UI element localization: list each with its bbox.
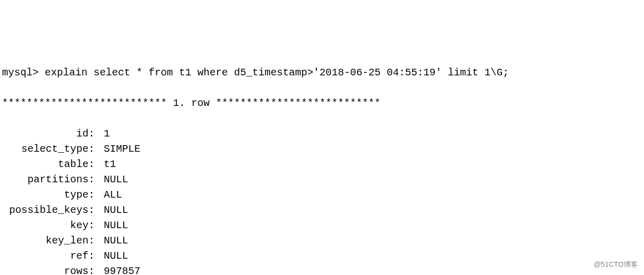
explain-field-row: key: NULL xyxy=(2,218,642,233)
explain-field-row: partitions: NULL xyxy=(2,172,642,187)
field-value: 997857 xyxy=(104,264,140,275)
field-value: SIMPLE xyxy=(104,142,140,157)
field-value: ALL xyxy=(104,187,122,203)
field-value: NULL xyxy=(104,218,128,233)
sql-command: explain select * from t1 where d5_timest… xyxy=(45,67,509,78)
field-separator: : xyxy=(89,142,104,157)
field-label: select_type xyxy=(2,142,89,157)
field-label: key xyxy=(2,218,89,233)
command-line[interactable]: mysql> explain select * from t1 where d5… xyxy=(2,65,642,80)
field-separator: : xyxy=(89,157,104,172)
explain-field-row: rows: 997857 xyxy=(2,264,642,275)
field-value: NULL xyxy=(104,203,128,218)
explain-field-row: type: ALL xyxy=(2,187,642,203)
field-label: rows xyxy=(2,264,89,275)
explain-field-row: table: t1 xyxy=(2,157,642,172)
field-value: t1 xyxy=(104,157,116,172)
field-label: possible_keys xyxy=(2,203,89,218)
explain-output: id: 1select_type: SIMPLEtable: t1partiti… xyxy=(2,126,642,275)
field-separator: : xyxy=(89,126,104,142)
field-separator: : xyxy=(89,218,104,233)
row-header: *************************** 1. row *****… xyxy=(2,96,642,111)
field-label: id xyxy=(2,126,89,142)
explain-field-row: ref: NULL xyxy=(2,249,642,264)
watermark: @51CTO博客 xyxy=(594,259,638,270)
field-label: ref xyxy=(2,249,89,264)
field-value: NULL xyxy=(104,233,128,249)
prompt: mysql> xyxy=(2,67,39,78)
field-separator: : xyxy=(89,249,104,264)
field-separator: : xyxy=(89,172,104,187)
explain-field-row: key_len: NULL xyxy=(2,233,642,249)
field-separator: : xyxy=(89,203,104,218)
field-label: type xyxy=(2,187,89,203)
field-separator: : xyxy=(89,264,104,275)
field-label: key_len xyxy=(2,233,89,249)
explain-field-row: possible_keys: NULL xyxy=(2,203,642,218)
field-value: NULL xyxy=(104,249,128,264)
explain-field-row: select_type: SIMPLE xyxy=(2,142,642,157)
field-separator: : xyxy=(89,187,104,203)
field-label: partitions xyxy=(2,172,89,187)
field-label: table xyxy=(2,157,89,172)
explain-field-row: id: 1 xyxy=(2,126,642,142)
field-value: NULL xyxy=(104,172,128,187)
field-value: 1 xyxy=(104,126,110,142)
field-separator: : xyxy=(89,233,104,249)
